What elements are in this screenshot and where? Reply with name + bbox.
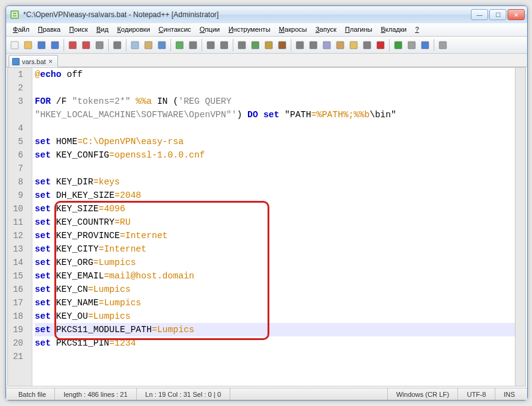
zoom-in-icon[interactable] bbox=[218, 39, 230, 51]
folder-icon[interactable] bbox=[348, 39, 360, 51]
code-line[interactable]: set KEY_CONFIG=openssl-1.0.0.cnf bbox=[35, 148, 523, 162]
titlebar[interactable]: *C:\OpenVPN\easy-rsa\vars.bat - Notepad+… bbox=[6, 6, 527, 23]
status-encoding: UTF-8 bbox=[458, 388, 495, 400]
sync-icon[interactable] bbox=[249, 39, 261, 51]
copy-icon[interactable] bbox=[129, 39, 141, 51]
svg-rect-1 bbox=[11, 42, 18, 49]
svg-rect-9 bbox=[131, 42, 139, 49]
window-title: *C:\OpenVPN\easy-rsa\vars.bat - Notepad+… bbox=[23, 10, 471, 19]
minimize-button[interactable]: — bbox=[471, 9, 488, 20]
code-line[interactable]: set HOME=C:\OpenVPN\easy-rsa bbox=[35, 135, 523, 148]
menu-item-7[interactable]: Инструменты bbox=[224, 23, 275, 36]
code-line[interactable]: set KEY_SIZE=4096 bbox=[35, 202, 523, 216]
toolbar-separator bbox=[64, 39, 64, 51]
code-line[interactable]: "HKEY_LOCAL_MACHINE\SOFTWARE\OpenVPN"') … bbox=[35, 108, 523, 121]
new-icon[interactable] bbox=[9, 39, 21, 51]
code-line[interactable]: set KEY_NAME=Lumpics bbox=[35, 296, 523, 310]
paste-icon[interactable] bbox=[142, 39, 155, 51]
code-area[interactable]: @echo offFOR /F "tokens=2*" %%a IN ('REG… bbox=[32, 68, 525, 386]
svg-rect-10 bbox=[145, 42, 152, 49]
code-line[interactable]: set KEY_COUNTRY=RU bbox=[35, 216, 523, 229]
show-all-icon[interactable] bbox=[276, 39, 288, 51]
code-line[interactable] bbox=[35, 350, 523, 363]
macro-icon[interactable] bbox=[419, 39, 431, 51]
svg-rect-21 bbox=[310, 42, 317, 49]
app-window: *C:\OpenVPN\easy-rsa\vars.bat - Notepad+… bbox=[5, 5, 528, 401]
svg-rect-18 bbox=[265, 42, 272, 49]
toolbar-separator bbox=[126, 39, 126, 51]
code-line[interactable] bbox=[35, 162, 523, 175]
toolbar-separator bbox=[108, 39, 109, 51]
toolbar-separator bbox=[434, 39, 434, 51]
code-line[interactable]: set KEY_OU=Lumpics bbox=[35, 310, 523, 323]
svg-rect-25 bbox=[363, 42, 371, 49]
svg-rect-29 bbox=[421, 42, 429, 49]
menu-item-10[interactable]: Плагины bbox=[341, 23, 377, 36]
line-number: 21 bbox=[8, 350, 32, 363]
menu-item-2[interactable]: Поиск bbox=[65, 23, 92, 36]
record-icon[interactable] bbox=[374, 39, 387, 51]
code-line[interactable]: set PKCS11_PIN=1234 bbox=[35, 336, 523, 350]
menu-item-9[interactable]: Запуск bbox=[311, 23, 340, 36]
monitor-icon[interactable] bbox=[361, 39, 373, 51]
svg-rect-24 bbox=[350, 42, 357, 49]
toolbar-separator bbox=[170, 39, 171, 51]
save-all-icon[interactable] bbox=[49, 39, 61, 51]
tab-close-icon[interactable]: ✕ bbox=[48, 59, 54, 65]
code-line[interactable]: set KEY_PROVINCE=Internet bbox=[35, 229, 523, 242]
save-icon[interactable] bbox=[35, 39, 48, 51]
play-icon[interactable] bbox=[392, 39, 404, 51]
line-number: 8 bbox=[8, 175, 32, 189]
tab-vars-bat[interactable]: vars.bat ✕ bbox=[9, 55, 58, 67]
code-line[interactable]: set KEY_ORG=Lumpics bbox=[35, 256, 523, 269]
line-number: 14 bbox=[8, 256, 32, 269]
doc-map-icon[interactable] bbox=[321, 39, 333, 51]
code-line[interactable]: set KEY_CN=Lumpics bbox=[35, 283, 523, 296]
svg-rect-20 bbox=[296, 42, 304, 49]
code-line[interactable] bbox=[35, 81, 523, 95]
menu-item-8[interactable]: Макросы bbox=[275, 23, 312, 36]
code-line[interactable]: @echo off bbox=[35, 68, 523, 81]
menu-item-3[interactable]: Вид bbox=[92, 23, 113, 36]
close-button[interactable]: ✕ bbox=[508, 9, 525, 20]
code-line[interactable]: set PKCS11_MODULE_PATH=Lumpics bbox=[35, 323, 523, 336]
svg-rect-16 bbox=[238, 42, 246, 49]
vertical-scrollbar[interactable] bbox=[515, 68, 525, 386]
replace-icon[interactable] bbox=[205, 39, 217, 51]
cut-icon[interactable] bbox=[111, 39, 123, 51]
word-wrap-icon[interactable] bbox=[263, 39, 275, 51]
menu-item-4[interactable]: Кодировки bbox=[113, 23, 155, 36]
zoom-out-icon[interactable] bbox=[236, 39, 248, 51]
code-line[interactable]: set DH_KEY_SIZE=2048 bbox=[35, 189, 523, 202]
func-list-icon[interactable] bbox=[334, 39, 346, 51]
tab-label: vars.bat bbox=[22, 58, 46, 65]
indent-guide-icon[interactable] bbox=[294, 39, 306, 51]
open-icon[interactable] bbox=[22, 39, 34, 51]
lang-icon[interactable] bbox=[307, 39, 319, 51]
find-icon[interactable] bbox=[187, 39, 199, 51]
close-all-icon[interactable] bbox=[80, 39, 92, 51]
line-number: 20 bbox=[8, 336, 32, 350]
code-line[interactable] bbox=[35, 121, 523, 135]
code-line[interactable]: set KEY_CITY=Internet bbox=[35, 242, 523, 256]
close-icon[interactable] bbox=[67, 39, 79, 51]
print-icon[interactable] bbox=[93, 39, 106, 51]
menu-item-12[interactable]: ? bbox=[411, 23, 423, 36]
redo-icon[interactable] bbox=[173, 39, 186, 51]
menu-item-1[interactable]: Правка bbox=[34, 23, 65, 36]
menu-item-11[interactable]: Вкладки bbox=[376, 23, 410, 36]
code-line[interactable]: FOR /F "tokens=2*" %%a IN ('REG QUERY bbox=[35, 95, 523, 108]
arrow-icon[interactable] bbox=[437, 39, 449, 51]
maximize-button[interactable]: ☐ bbox=[489, 9, 506, 20]
undo-icon[interactable] bbox=[156, 39, 168, 51]
play-mult-icon[interactable] bbox=[406, 39, 418, 51]
code-line[interactable]: set KEY_DIR=keys bbox=[35, 175, 523, 189]
code-line[interactable]: set KEY_EMAIL=mail@host.domain bbox=[35, 269, 523, 283]
status-eol: Windows (CR LF) bbox=[388, 388, 459, 400]
menu-item-0[interactable]: Файл bbox=[9, 23, 34, 36]
svg-rect-3 bbox=[38, 42, 45, 49]
menu-item-6[interactable]: Опции bbox=[195, 23, 224, 36]
line-number: 9 bbox=[8, 189, 32, 202]
status-mode: INS bbox=[495, 388, 523, 400]
menu-item-5[interactable]: Синтаксис bbox=[155, 23, 195, 36]
